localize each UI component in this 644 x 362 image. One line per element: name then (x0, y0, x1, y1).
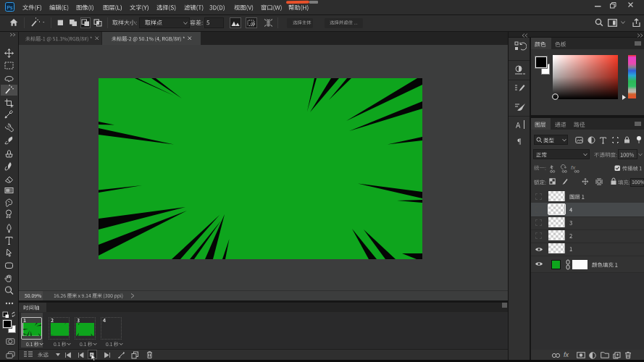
svg-text:fx: fx (571, 164, 576, 171)
svg-text:Ps: Ps (7, 5, 13, 10)
svg-text:fx: fx (564, 351, 569, 358)
